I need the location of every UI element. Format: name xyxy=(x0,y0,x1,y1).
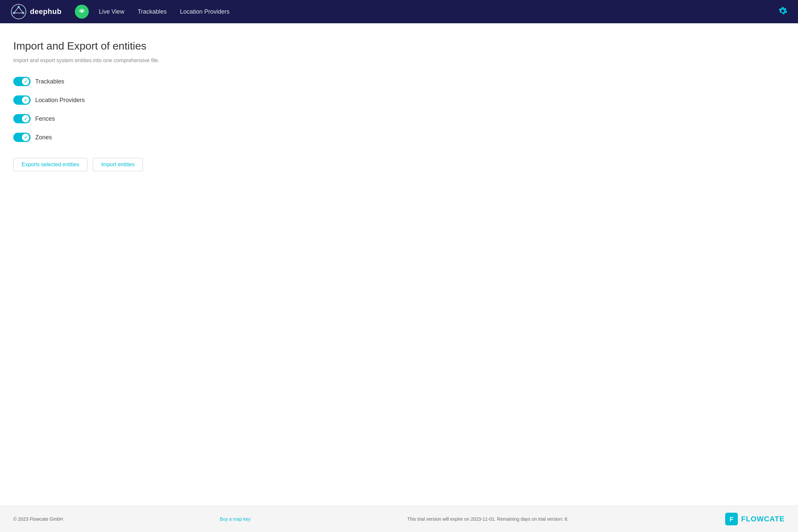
export-button[interactable]: Exports selected entities xyxy=(13,158,88,171)
footer: © 2023 Flowcate GmbH Buy a map key This … xyxy=(0,506,798,532)
navbar: deephub Live View Trackables Location Pr… xyxy=(0,0,798,23)
svg-text:F: F xyxy=(729,516,733,523)
flowcate-logo-icon: F xyxy=(725,513,738,525)
logo-icon xyxy=(11,4,26,20)
signal-svg xyxy=(78,8,86,16)
footer-copyright: © 2023 Flowcate GmbH xyxy=(13,516,63,522)
footer-trial-text: This trial version will expire on 2023-1… xyxy=(407,516,569,522)
import-button[interactable]: Import entities xyxy=(93,158,142,171)
location-providers-toggle[interactable]: ✓ xyxy=(13,95,31,105)
trackables-toggle[interactable]: ✓ xyxy=(13,77,31,86)
nav-link-trackables[interactable]: Trackables xyxy=(138,8,167,15)
signal-icon[interactable] xyxy=(75,5,89,19)
location-providers-toggle-label: Location Providers xyxy=(35,97,85,104)
toggle-check-icon: ✓ xyxy=(24,79,27,84)
nav-links: Live View Trackables Location Providers xyxy=(99,8,778,15)
footer-brand: F FLOWCATE xyxy=(725,513,785,525)
toggle-list: ✓ Trackables ✓ Location Providers ✓ xyxy=(13,77,785,142)
fences-toggle-label: Fences xyxy=(35,115,55,122)
trackables-toggle-label: Trackables xyxy=(35,78,64,85)
zones-toggle[interactable]: ✓ xyxy=(13,133,31,142)
button-row: Exports selected entities Import entitie… xyxy=(13,158,785,171)
toggle-thumb: ✓ xyxy=(22,115,29,122)
svg-line-5 xyxy=(19,7,23,13)
toggle-thumb: ✓ xyxy=(22,134,29,141)
logo-text: deephub xyxy=(30,7,61,16)
footer-brand-name: FLOWCATE xyxy=(741,515,785,524)
nav-link-location-providers[interactable]: Location Providers xyxy=(180,8,229,15)
toggle-thumb: ✓ xyxy=(22,78,29,85)
main-content: Import and Export of entities Import and… xyxy=(0,23,798,506)
toggle-check-icon: ✓ xyxy=(24,117,27,121)
svg-point-10 xyxy=(81,11,83,13)
svg-point-8 xyxy=(13,12,15,14)
toggle-item-zones: ✓ Zones xyxy=(13,133,785,142)
zones-toggle-label: Zones xyxy=(35,134,52,141)
gear-icon xyxy=(778,6,787,16)
toggle-item-location-providers: ✓ Location Providers xyxy=(13,95,785,105)
toggle-thumb: ✓ xyxy=(22,96,29,104)
svg-line-4 xyxy=(14,7,19,13)
settings-button[interactable] xyxy=(778,6,787,17)
nav-link-live-view[interactable]: Live View xyxy=(99,8,125,15)
logo: deephub xyxy=(11,4,61,20)
toggle-check-icon: ✓ xyxy=(24,135,27,140)
buy-map-key-link[interactable]: Buy a map key xyxy=(220,516,251,522)
svg-point-7 xyxy=(18,6,19,8)
toggle-item-trackables: ✓ Trackables xyxy=(13,77,785,86)
page-subtitle: Import and export system entities into o… xyxy=(13,58,785,63)
toggle-item-fences: ✓ Fences xyxy=(13,114,785,124)
fences-toggle[interactable]: ✓ xyxy=(13,114,31,124)
page-title: Import and Export of entities xyxy=(13,40,785,52)
toggle-check-icon: ✓ xyxy=(24,98,27,102)
svg-point-9 xyxy=(23,12,24,14)
